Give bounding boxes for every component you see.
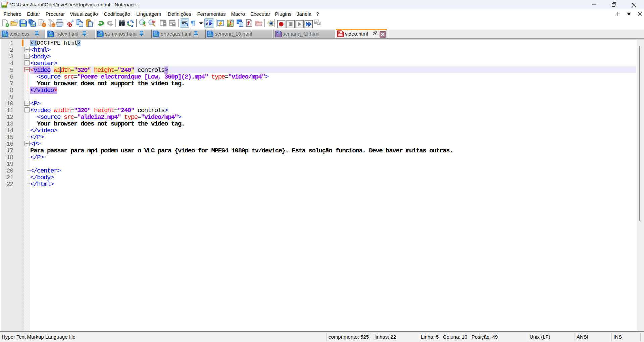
svg-text:a: a <box>131 23 133 28</box>
